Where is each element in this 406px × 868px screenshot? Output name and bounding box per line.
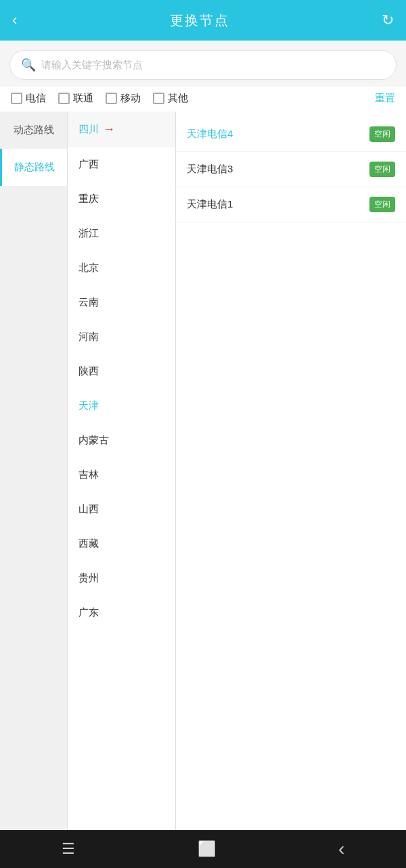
main-content: 动态路线 静态路线 四川 →广西重庆浙江北京云南河南陕西天津内蒙古吉林山西西藏贵… (0, 112, 406, 830)
province-item-beijing[interactable]: 北京 (68, 251, 175, 285)
province-item-henan[interactable]: 河南 (68, 320, 175, 354)
refresh-button[interactable]: ↻ (382, 11, 394, 29)
node-name-tj1: 天津电信1 (187, 198, 369, 211)
route-dynamic[interactable]: 动态路线 (0, 112, 67, 149)
province-item-jilin[interactable]: 吉林 (68, 458, 175, 492)
province-item-guangdong[interactable]: 广东 (68, 596, 175, 630)
province-item-tianjin[interactable]: 天津 (68, 389, 175, 423)
reset-button[interactable]: 重置 (375, 92, 395, 105)
node-badge-tj3: 空闲 (369, 162, 395, 177)
node-badge-tj1: 空闲 (369, 197, 395, 212)
filter-label-yidong: 移动 (120, 92, 141, 105)
filter-label-liantong: 联通 (73, 92, 93, 105)
bottom-nav: ☰ ⬜ ‹ (0, 830, 406, 868)
page-title: 更换节点 (170, 11, 229, 30)
nav-back-icon[interactable]: ‹ (338, 838, 344, 860)
filter-dianxin[interactable]: 电信 (11, 92, 46, 105)
province-item-neimenggu[interactable]: 内蒙古 (68, 423, 175, 458)
filter-label-dianxin: 电信 (26, 92, 46, 105)
selected-arrow: → (103, 122, 115, 137)
back-button[interactable]: ‹ (12, 11, 17, 29)
province-item-chongqing[interactable]: 重庆 (68, 182, 175, 216)
route-sidebar: 动态路线 静态路线 (0, 112, 68, 830)
checkbox-liantong[interactable] (58, 93, 70, 104)
province-item-shanxi[interactable]: 山西 (68, 492, 175, 527)
route-static[interactable]: 静态路线 (0, 149, 67, 186)
node-badge-tj4: 空闲 (369, 126, 395, 142)
filter-row: 电信 联通 移动 其他 重置 (0, 87, 406, 112)
filter-qita[interactable]: 其他 (153, 92, 188, 105)
node-name-tj3: 天津电信3 (187, 163, 369, 176)
checkbox-dianxin[interactable] (11, 93, 22, 104)
node-item-tj1[interactable]: 天津电信1空闲 (176, 187, 406, 222)
province-item-yunnan[interactable]: 云南 (68, 285, 175, 320)
nav-home-icon[interactable]: ⬜ (198, 840, 216, 858)
province-item-xizang[interactable]: 西藏 (68, 527, 175, 561)
filter-yidong[interactable]: 移动 (106, 92, 141, 105)
checkbox-yidong[interactable] (106, 93, 117, 104)
province-item-shaanxi[interactable]: 陕西 (68, 354, 175, 389)
search-input[interactable]: 请输入关键字搜索节点 (41, 59, 143, 72)
search-icon: 🔍 (21, 57, 36, 72)
province-item-zhejiang[interactable]: 浙江 (68, 216, 175, 251)
province-item-guangxi[interactable]: 广西 (68, 147, 175, 182)
filter-liantong[interactable]: 联通 (58, 92, 93, 105)
node-name-tj4: 天津电信4 (187, 128, 369, 141)
province-list: 四川 →广西重庆浙江北京云南河南陕西天津内蒙古吉林山西西藏贵州广东 (68, 112, 176, 830)
province-item-guizhou[interactable]: 贵州 (68, 561, 175, 596)
search-bar[interactable]: 🔍 请输入关键字搜索节点 (9, 50, 397, 80)
node-item-tj3[interactable]: 天津电信3空闲 (176, 152, 406, 187)
node-list: 天津电信4空闲天津电信3空闲天津电信1空闲 (176, 112, 406, 830)
checkbox-qita[interactable] (153, 93, 164, 104)
header: ‹ 更换节点 ↻ (0, 0, 406, 41)
province-item-sichuan[interactable]: 四川 → (68, 112, 175, 147)
nav-menu-icon[interactable]: ☰ (62, 840, 75, 858)
filter-label-qita: 其他 (168, 92, 188, 105)
node-item-tj4[interactable]: 天津电信4空闲 (176, 117, 406, 152)
